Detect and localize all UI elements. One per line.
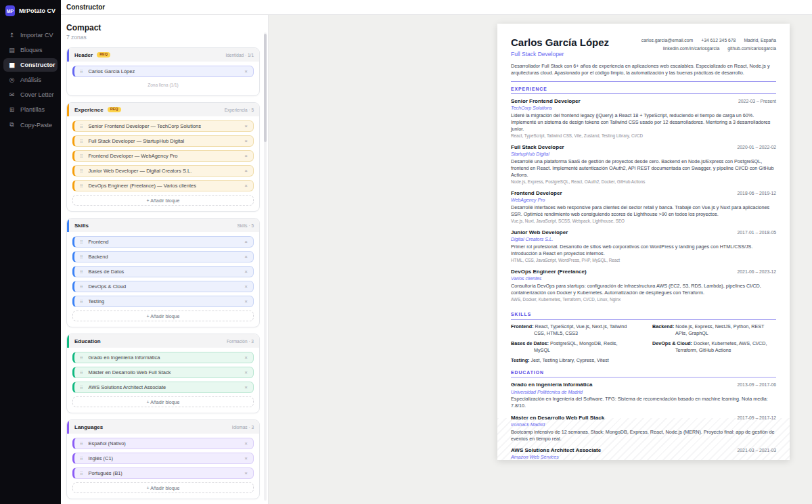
cv-contact: carlos.garcia@email.com +34 612 345 678 … — [641, 37, 776, 58]
block-item[interactable]: ⠿ Senior Frontend Developer — TechCorp S… — [72, 120, 254, 132]
block-item[interactable]: ⠿ AWS Solutions Architect Associate × — [72, 382, 254, 393]
block-header[interactable]: Header req Identidad · 1/1 — [67, 48, 259, 62]
remove-item-icon[interactable]: × — [244, 283, 248, 290]
add-block-button[interactable]: + Añadir bloque — [72, 311, 254, 321]
zones-count: 7 zonas — [66, 34, 260, 41]
block-item-label: Full Stack Developer — StartupHub Digita… — [88, 138, 244, 144]
remove-item-icon[interactable]: × — [244, 254, 248, 260]
degree-description: Especialización en Ingeniería del Softwa… — [511, 396, 776, 409]
sidebar-item-analisis[interactable]: ◎ Análisis — [3, 73, 58, 87]
panel-scrollbar-thumb[interactable] — [264, 34, 267, 142]
job-company: WebAgency Pro — [511, 197, 776, 204]
remove-item-icon[interactable]: × — [244, 168, 248, 174]
remove-item-icon[interactable]: × — [244, 440, 248, 446]
skill-value: Jest, Testing Library, Cypress, Vitest — [531, 357, 608, 363]
drag-handle-icon[interactable]: ⠿ — [80, 299, 83, 304]
app-logo-icon: MP — [5, 5, 15, 16]
remove-item-icon[interactable]: × — [244, 239, 248, 245]
drag-handle-icon[interactable]: ⠿ — [80, 168, 83, 173]
page-title: Constructor — [66, 3, 105, 11]
drag-handle-icon[interactable]: ⠿ — [80, 441, 83, 446]
section-title-experience: EXPERIENCE — [511, 82, 776, 95]
block-item[interactable]: ⠿ DevOps & Cloud × — [72, 281, 254, 292]
remove-item-icon[interactable]: × — [244, 183, 248, 189]
add-block-button[interactable]: + Añadir bloque — [72, 195, 254, 206]
drag-handle-icon[interactable]: ⠿ — [80, 284, 83, 289]
drag-handle-icon[interactable]: ⠿ — [80, 385, 83, 390]
drag-handle-icon[interactable]: ⠿ — [80, 456, 83, 461]
job-description: Lideré la migración del frontend legacy … — [511, 112, 776, 133]
drag-handle-icon[interactable]: ⠿ — [80, 183, 83, 188]
remove-item-icon[interactable]: × — [244, 470, 248, 476]
drag-handle-icon[interactable]: ⠿ — [80, 269, 83, 274]
block-name: Header — [74, 52, 93, 58]
skill-value: Node.js, Express, NestJS, Python, REST A… — [675, 323, 764, 336]
drag-handle-icon[interactable]: ⠿ — [80, 154, 83, 158]
remove-item-icon[interactable]: × — [244, 384, 248, 390]
block-item[interactable]: ⠿ DevOps Engineer (Freelance) — Varios c… — [72, 180, 254, 191]
drag-handle-icon[interactable]: ⠿ — [80, 471, 83, 476]
sidebar-item-constructor[interactable]: ▦ Constructor — [3, 58, 58, 72]
cv-name: Carlos García López — [511, 37, 609, 49]
sidebar-item-cover-letter[interactable]: ✉ Cover Letter — [3, 88, 58, 101]
block-item[interactable]: ⠿ Máster en Desarrollo Web Full Stack × — [72, 367, 254, 378]
clipboard-icon: ⧉ — [8, 121, 16, 129]
remove-item-icon[interactable]: × — [244, 298, 248, 304]
block-item-label: DevOps Engineer (Freelance) — Varios cli… — [88, 183, 244, 189]
job-company: Varios clientes — [511, 275, 776, 282]
builder-panel: Compact 7 zonas Header req Identidad · 1… — [61, 15, 269, 504]
add-block-button[interactable]: + Añadir bloque — [72, 396, 254, 407]
block-header[interactable]: Experience req Experiencia · 5 — [67, 103, 259, 116]
job-tags: AWS, Docker, Kubernetes, Terraform, CI/C… — [511, 297, 776, 303]
skill-label: Backend: — [652, 323, 674, 329]
required-badge: req — [97, 52, 110, 58]
drag-handle-icon[interactable]: ⠿ — [80, 124, 83, 129]
drag-handle-icon[interactable]: ⠿ — [80, 139, 83, 143]
block-item[interactable]: ⠿ Español (Nativo) × — [72, 438, 254, 449]
block-item-label: Bases de Datos — [88, 269, 244, 275]
block-item[interactable]: ⠿ Backend × — [72, 251, 254, 262]
remove-item-icon[interactable]: × — [244, 455, 248, 461]
grid-icon: ⊞ — [8, 106, 16, 113]
block-item[interactable]: ⠿ Bases de Datos × — [72, 266, 254, 277]
remove-item-icon[interactable]: × — [244, 138, 248, 144]
remove-item-icon[interactable]: × — [244, 369, 248, 375]
block-card-experience: Experience req Experiencia · 5 ⠿ Senior … — [66, 102, 260, 212]
drag-handle-icon[interactable]: ⠿ — [80, 370, 83, 375]
block-card-languages: Languages Idiomas · 3 ⠿ Español (Nativo)… — [66, 419, 260, 499]
block-item-label: Inglés (C1) — [88, 455, 244, 461]
block-item-label: Máster en Desarrollo Web Full Stack — [88, 369, 244, 375]
block-item[interactable]: ⠿ Grado en Ingeniería Informática × — [72, 352, 254, 363]
sidebar-item-bloques[interactable]: ▤ Bloques — [3, 43, 58, 57]
block-header[interactable]: Skills Skills · 5 — [67, 219, 259, 232]
block-item[interactable]: ⠿ Frontend × — [72, 236, 254, 248]
drag-handle-icon[interactable]: ⠿ — [80, 239, 83, 244]
sidebar-item-plantillas[interactable]: ⊞ Plantillas — [3, 103, 58, 116]
job-title: DevOps Engineer (Freelance) — [511, 268, 587, 275]
block-item[interactable]: ⠿ Frontend Developer — WebAgency Pro × — [72, 150, 254, 162]
block-item[interactable]: ⠿ Portugués (B1) × — [72, 467, 254, 479]
sidebar-item-copy-paste[interactable]: ⧉ Copy-Paste — [3, 118, 58, 132]
education-entry: AWS Solutions Architect Associate 2021-0… — [511, 446, 776, 460]
skill-entry: Frontend: React, TypeScript, Vue.js, Nex… — [511, 323, 635, 337]
drag-handle-icon[interactable]: ⠿ — [80, 254, 83, 259]
sidebar-item-importar-cv[interactable]: ↥ Importar CV — [3, 28, 58, 42]
remove-item-icon[interactable]: × — [244, 354, 248, 361]
block-item[interactable]: ⠿ Carlos García López × — [72, 66, 254, 77]
block-header[interactable]: Education Formación · 3 — [67, 334, 259, 348]
block-name: Languages — [74, 424, 103, 430]
block-item[interactable]: ⠿ Full Stack Developer — StartupHub Digi… — [72, 135, 254, 147]
block-item[interactable]: ⠿ Testing × — [72, 296, 254, 307]
drag-handle-icon[interactable]: ⠿ — [80, 69, 83, 74]
experience-entry: DevOps Engineer (Freelance) 2021-06 – 20… — [511, 268, 776, 303]
add-block-button[interactable]: + Añadir bloque — [72, 482, 254, 493]
block-header[interactable]: Languages Idiomas · 3 — [67, 420, 259, 434]
skill-label: Testing: — [511, 357, 529, 363]
remove-item-icon[interactable]: × — [244, 68, 248, 74]
remove-item-icon[interactable]: × — [244, 123, 248, 129]
block-item[interactable]: ⠿ Inglés (C1) × — [72, 453, 254, 464]
drag-handle-icon[interactable]: ⠿ — [80, 355, 83, 360]
block-item[interactable]: ⠿ Junior Web Developer — Digital Creator… — [72, 165, 254, 177]
remove-item-icon[interactable]: × — [244, 153, 248, 159]
remove-item-icon[interactable]: × — [244, 269, 248, 275]
